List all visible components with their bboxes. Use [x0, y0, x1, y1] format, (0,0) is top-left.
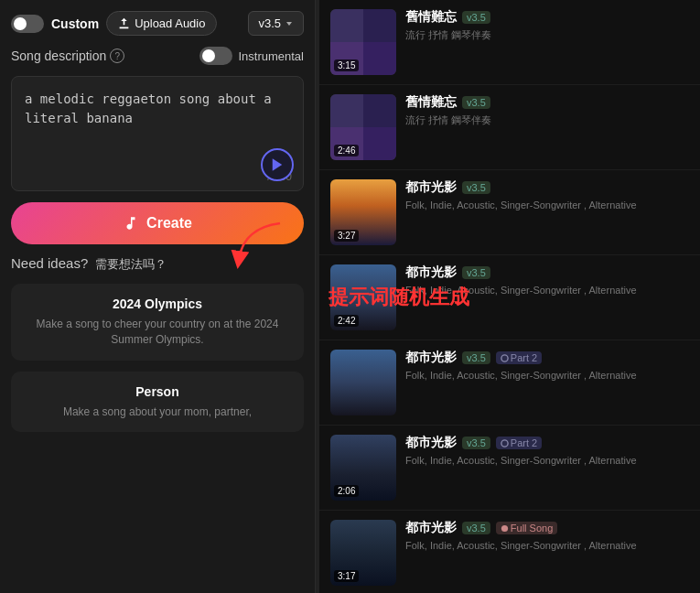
- help-icon[interactable]: ?: [110, 49, 124, 63]
- top-bar: Custom Upload Audio v3.5: [11, 11, 304, 36]
- song-thumbnail: 2:06: [330, 435, 396, 501]
- version-tag: v3.5: [462, 351, 490, 364]
- svg-marker-0: [273, 158, 283, 171]
- song-title-row: 都市光影 v3.5 Full Song: [405, 520, 689, 536]
- svg-point-2: [501, 439, 508, 446]
- idea-card-olympics-title: 2024 Olympics: [24, 296, 291, 311]
- song-item[interactable]: 2:06 都市光影 v3.5 Part 2 Folk, Indie, Acous…: [319, 426, 700, 511]
- custom-toggle[interactable]: [11, 15, 44, 33]
- duration-badge: 2:06: [334, 485, 359, 497]
- song-genre: Folk, Indie, Acoustic, Singer-Songwriter…: [405, 369, 689, 382]
- song-genre: 流行 抒情 鋼琴伴奏: [405, 113, 689, 126]
- duration-badge: 2:46: [334, 145, 359, 156]
- instrumental-toggle[interactable]: [199, 47, 232, 65]
- instrumental-label: Instrumental: [238, 49, 304, 63]
- textarea-wrap: / 200: [11, 76, 304, 191]
- duration-badge: 3:17: [334, 570, 359, 582]
- song-title-row: 都市光影 v3.5 Part 2: [405, 435, 689, 451]
- create-button[interactable]: Create: [11, 202, 304, 244]
- need-ideas-header: Need ideas? 需要想法吗？: [11, 255, 304, 273]
- song-item[interactable]: 3:17 都市光影 v3.5 Full Song Folk, Indie, Ac…: [319, 511, 700, 593]
- idea-card-olympics-desc: Make a song to cheer your country on at …: [24, 317, 291, 348]
- version-tag: v3.5: [462, 96, 490, 109]
- play-icon: [269, 156, 285, 173]
- song-item[interactable]: 都市光影 v3.5 Part 2 Folk, Indie, Acoustic, …: [319, 340, 700, 426]
- version-tag: v3.5: [462, 437, 490, 449]
- upload-label: Upload Audio: [135, 16, 205, 30]
- song-description-row: Song description ? Instrumental: [11, 47, 304, 65]
- svg-point-3: [501, 524, 508, 531]
- song-item[interactable]: 2:42 都市光影 v3.5 Folk, Indie, Acoustic, Si…: [319, 255, 700, 340]
- circle-icon: [501, 524, 509, 533]
- song-thumbnail: [330, 350, 396, 415]
- link-icon: [501, 354, 509, 362]
- song-title: 都市光影: [405, 435, 457, 451]
- version-tag: v3.5: [462, 522, 490, 534]
- song-title-row: 都市光影 v3.5: [405, 264, 689, 281]
- song-info: 都市光影 v3.5 Part 2 Folk, Indie, Acoustic, …: [405, 435, 689, 467]
- song-info: 都市光影 v3.5 Full Song Folk, Indie, Acousti…: [405, 520, 689, 552]
- song-info: 都市光影 v3.5 Folk, Indie, Acoustic, Singer-…: [405, 264, 689, 296]
- version-tag: v3.5: [462, 11, 490, 24]
- song-thumbnail: 2:42: [330, 264, 396, 330]
- song-list: 3:15 舊情難忘 v3.5 流行 抒情 鋼琴伴奏 2:46: [319, 0, 700, 593]
- part-tag: Part 2: [496, 437, 542, 449]
- song-title-row: 舊情難忘 v3.5: [405, 94, 689, 111]
- upload-icon: [118, 17, 130, 29]
- right-panel: 提示词随机生成 3:15 舊情難忘 v3.5 流行 抒情 鋼琴伴奏: [319, 0, 700, 593]
- part-tag: Part 2: [496, 351, 542, 364]
- instrumental-row: Instrumental: [199, 47, 304, 65]
- song-desc-label: Song description ?: [11, 49, 124, 63]
- left-panel: Custom Upload Audio v3.5 Song descriptio…: [0, 0, 316, 593]
- duration-badge: 3:27: [334, 230, 359, 242]
- song-genre: Folk, Indie, Acoustic, Singer-Songwriter…: [405, 199, 689, 211]
- song-title: 都市光影: [405, 520, 457, 536]
- song-title-row: 都市光影 v3.5: [405, 179, 689, 196]
- song-thumbnail: 3:27: [330, 179, 396, 245]
- song-title: 都市光影: [405, 264, 457, 281]
- song-thumbnail: 3:17: [330, 520, 396, 586]
- need-ideas-label: Need ideas? 需要想法吗？: [11, 255, 167, 271]
- custom-label: Custom: [51, 16, 99, 31]
- song-title: 都市光影: [405, 179, 457, 196]
- svg-point-1: [501, 354, 508, 361]
- song-info: 都市光影 v3.5 Part 2 Folk, Indie, Acoustic, …: [405, 350, 689, 382]
- chevron-down-icon: [285, 19, 294, 28]
- full-song-tag: Full Song: [496, 522, 557, 534]
- duration-badge: 3:15: [334, 59, 359, 71]
- song-info: 都市光影 v3.5 Folk, Indie, Acoustic, Singer-…: [405, 179, 689, 211]
- song-info: 舊情難忘 v3.5 流行 抒情 鋼琴伴奏: [405, 9, 689, 41]
- song-item[interactable]: 2:46 舊情難忘 v3.5 流行 抒情 鋼琴伴奏: [319, 85, 700, 170]
- song-genre: Folk, Indie, Acoustic, Singer-Songwriter…: [405, 284, 689, 296]
- version-tag: v3.5: [462, 181, 490, 194]
- song-title-row: 舊情難忘 v3.5: [405, 9, 689, 26]
- song-title-row: 都市光影 v3.5 Part 2: [405, 350, 689, 366]
- song-title: 舊情難忘: [405, 9, 457, 26]
- idea-card-person[interactable]: Person Make a song about your mom, partn…: [11, 372, 304, 433]
- version-tag: v3.5: [462, 266, 490, 279]
- generate-random-button[interactable]: [261, 148, 294, 181]
- song-info: 舊情難忘 v3.5 流行 抒情 鋼琴伴奏: [405, 94, 689, 126]
- song-item[interactable]: 3:15 舊情難忘 v3.5 流行 抒情 鋼琴伴奏: [319, 0, 700, 85]
- music-icon: [123, 215, 139, 232]
- song-genre: Folk, Indie, Acoustic, Singer-Songwriter…: [405, 539, 689, 552]
- duration-badge: 2:42: [334, 315, 359, 327]
- song-title: 舊情難忘: [405, 94, 457, 111]
- link-icon: [501, 439, 509, 447]
- song-genre: Folk, Indie, Acoustic, Singer-Songwriter…: [405, 454, 689, 467]
- song-title: 都市光影: [405, 350, 457, 366]
- idea-card-olympics[interactable]: 2024 Olympics Make a song to cheer your …: [11, 284, 304, 361]
- song-description-input[interactable]: [12, 77, 303, 187]
- upload-audio-button[interactable]: Upload Audio: [106, 11, 217, 36]
- create-label: Create: [146, 215, 192, 232]
- song-thumbnail: 3:15: [330, 9, 396, 75]
- song-item[interactable]: 3:27 都市光影 v3.5 Folk, Indie, Acoustic, Si…: [319, 170, 700, 255]
- version-label: v3.5: [258, 16, 281, 30]
- version-button[interactable]: v3.5: [248, 11, 304, 36]
- idea-card-person-title: Person: [24, 384, 291, 399]
- song-genre: 流行 抒情 鋼琴伴奏: [405, 28, 689, 41]
- song-thumbnail: 2:46: [330, 94, 396, 160]
- idea-card-person-desc: Make a song about your mom, partner,: [24, 404, 291, 420]
